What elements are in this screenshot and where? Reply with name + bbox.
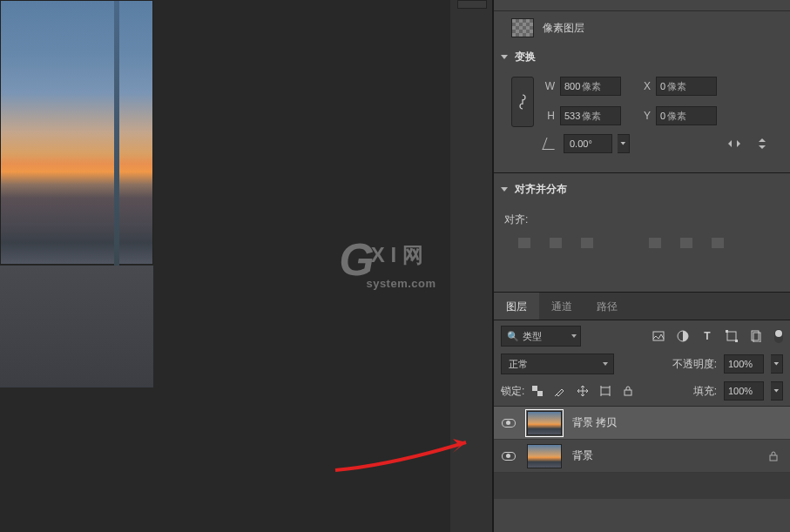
chevron-down-icon xyxy=(603,362,608,366)
chevron-down-icon xyxy=(773,388,780,394)
layer-kind-thumb xyxy=(511,18,534,37)
fill-label: 填充: xyxy=(693,384,717,399)
svg-rect-2 xyxy=(727,332,736,340)
flip-vertical-icon[interactable] xyxy=(755,138,769,150)
y-input[interactable]: 0 像素 xyxy=(656,106,717,125)
x-input[interactable]: 0 像素 xyxy=(656,77,717,96)
layer-kind-label: 像素图层 xyxy=(543,21,584,36)
svg-rect-9 xyxy=(601,387,610,394)
chevron-down-icon xyxy=(620,141,626,147)
y-label: Y xyxy=(637,110,651,122)
svg-rect-4 xyxy=(735,340,738,342)
canvas-ground xyxy=(0,266,153,387)
scrollbar-gutter[interactable] xyxy=(450,0,493,532)
svg-rect-3 xyxy=(726,330,728,333)
svg-rect-10 xyxy=(625,390,631,395)
layer-name[interactable]: 背景 xyxy=(572,448,767,463)
align-hcenter-icon[interactable] xyxy=(550,238,562,248)
blend-row: 正常 不透明度: 100% xyxy=(494,352,790,376)
align-vcenter-icon[interactable] xyxy=(680,238,692,248)
tab-paths[interactable]: 路径 xyxy=(584,293,630,320)
opacity-dropdown[interactable] xyxy=(771,354,783,374)
right-panel: 像素图层 变换 W 800 像素 X 0 像素 xyxy=(493,0,790,532)
layer-kind-row: 像素图层 xyxy=(494,11,790,44)
align-left-icon[interactable] xyxy=(518,238,530,248)
layer-row[interactable]: 背景 拷贝 xyxy=(494,407,790,440)
canvas-image[interactable] xyxy=(0,0,153,265)
align-top-icon[interactable] xyxy=(649,238,661,248)
svg-rect-11 xyxy=(770,455,777,461)
align-section: 对齐: xyxy=(494,202,790,252)
transform-title: 变换 xyxy=(515,50,536,64)
lock-row: 锁定: 填充: 100% xyxy=(494,376,790,406)
layer-list: 背景 拷贝 背景 xyxy=(494,406,790,499)
layers-filter-row: 🔍 类型 T xyxy=(494,320,790,352)
filter-image-icon[interactable] xyxy=(652,330,665,342)
lock-paint-icon[interactable] xyxy=(554,385,566,397)
x-label: X xyxy=(637,80,651,92)
collapse-handle[interactable] xyxy=(457,0,487,9)
transform-controls: W 800 像素 X 0 像素 H 533 像素 xyxy=(494,70,790,158)
align-right-icon[interactable] xyxy=(581,238,593,248)
align-title: 对齐并分布 xyxy=(515,182,567,197)
filter-shape-icon[interactable] xyxy=(726,330,738,342)
flip-horizontal-icon[interactable] xyxy=(727,138,741,150)
filter-text-icon[interactable]: T xyxy=(701,330,713,342)
lock-position-icon[interactable] xyxy=(577,385,589,397)
chevron-down-icon xyxy=(571,334,577,338)
chevron-down-icon xyxy=(501,53,510,62)
height-input[interactable]: 533 像素 xyxy=(560,106,621,125)
eye-icon xyxy=(502,419,516,428)
filter-adjustment-icon[interactable] xyxy=(677,330,689,342)
layer-list-empty[interactable] xyxy=(494,473,790,499)
angle-input[interactable]: 0.00° xyxy=(564,134,612,153)
layer-visibility-toggle[interactable] xyxy=(494,419,523,428)
layer-thumbnail[interactable] xyxy=(527,444,562,468)
panel-tabs: 图层 通道 路径 xyxy=(494,293,790,320)
canvas-area[interactable]: GX I 网 system.com xyxy=(0,0,493,532)
layer-visibility-toggle[interactable] xyxy=(494,452,523,461)
w-label: W xyxy=(541,80,555,92)
search-icon: 🔍 xyxy=(507,331,519,342)
link-wh-button[interactable] xyxy=(511,77,534,127)
svg-rect-8 xyxy=(537,391,543,396)
align-label: 对齐: xyxy=(504,213,528,226)
lock-label: 锁定: xyxy=(501,384,524,399)
angle-dropdown[interactable] xyxy=(618,134,630,153)
opacity-label: 不透明度: xyxy=(672,357,717,372)
svg-rect-7 xyxy=(532,386,537,391)
fill-input[interactable]: 100% xyxy=(724,381,764,401)
lock-all-icon[interactable] xyxy=(622,385,634,397)
transform-header[interactable]: 变换 xyxy=(494,44,790,70)
layers-panel: 图层 通道 路径 🔍 类型 T 正常 不透明 xyxy=(494,292,790,532)
panel-top-strip xyxy=(494,0,790,11)
eye-icon xyxy=(502,452,516,461)
watermark: GX I 网 system.com xyxy=(309,233,453,290)
h-label: H xyxy=(541,110,555,122)
tab-channels[interactable]: 通道 xyxy=(539,293,584,320)
lock-transparency-icon[interactable] xyxy=(531,385,544,397)
chevron-down-icon xyxy=(773,361,780,367)
align-header[interactable]: 对齐并分布 xyxy=(494,173,790,202)
lock-artboard-icon[interactable] xyxy=(599,385,611,397)
layer-filter-dropdown[interactable]: 🔍 类型 xyxy=(501,326,581,347)
layer-row[interactable]: 背景 xyxy=(494,440,790,473)
link-icon xyxy=(518,94,527,110)
fill-dropdown[interactable] xyxy=(771,381,783,401)
blend-mode-dropdown[interactable]: 正常 xyxy=(501,354,614,374)
chevron-down-icon xyxy=(501,185,510,194)
angle-icon xyxy=(542,138,558,150)
opacity-input[interactable]: 100% xyxy=(724,354,764,374)
width-input[interactable]: 800 像素 xyxy=(560,77,621,96)
layer-thumbnail[interactable] xyxy=(527,411,562,435)
tab-layers[interactable]: 图层 xyxy=(494,293,539,320)
layer-name[interactable]: 背景 拷贝 xyxy=(572,415,790,430)
align-bottom-icon[interactable] xyxy=(712,238,724,248)
filter-toggle[interactable] xyxy=(774,329,783,343)
filter-smartobject-icon[interactable] xyxy=(750,330,762,342)
lock-icon xyxy=(767,450,780,462)
